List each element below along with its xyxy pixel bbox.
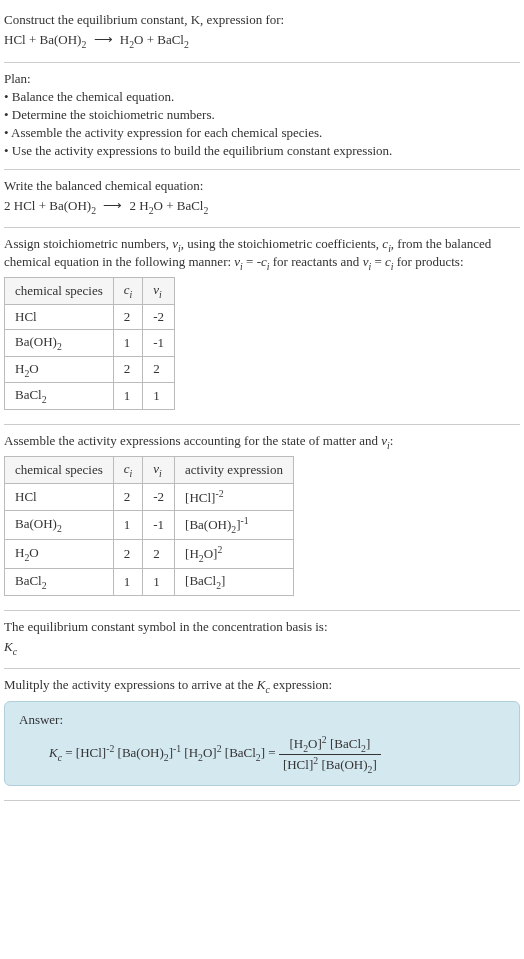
plan-title: Plan: xyxy=(4,71,520,87)
plan-item: • Balance the chemical equation. xyxy=(4,89,520,105)
header-section: Construct the equilibrium constant, K, e… xyxy=(4,4,520,63)
table-header-row: chemical species ci νi xyxy=(5,278,175,305)
balanced-equation: 2 HCl + Ba(OH)2 ⟶ 2 H2O + BaCl2 xyxy=(4,198,520,216)
answer-box: Answer: Kc = [HCl]-2 [Ba(OH)2]-1 [H2O]2 … xyxy=(4,701,520,786)
activity-intro: Assemble the activity expressions accoun… xyxy=(4,433,520,451)
table-row: HCl2-2[HCl]-2 xyxy=(5,483,294,510)
fraction: [H2O]2 [BaCl2] [HCl]2 [Ba(OH)2] xyxy=(279,734,381,775)
plan-item: • Assemble the activity expression for e… xyxy=(4,125,520,141)
unbalanced-equation: HCl + Ba(OH)2 ⟶ H2O + BaCl2 xyxy=(4,32,520,50)
col-ci: ci xyxy=(113,278,143,305)
answer-label: Answer: xyxy=(19,712,505,728)
symbol-value: Kc xyxy=(4,639,520,657)
table-row: HCl2-2 xyxy=(5,304,175,329)
col-ci: ci xyxy=(113,457,143,484)
answer-expression: Kc = [HCl]-2 [Ba(OH)2]-1 [H2O]2 [BaCl2] … xyxy=(49,734,505,775)
prompt-text: Construct the equilibrium constant, K, e… xyxy=(4,12,520,28)
plan-item: • Use the activity expressions to build … xyxy=(4,143,520,159)
multiply-section: Mulitply the activity expressions to arr… xyxy=(4,669,520,800)
table-row: Ba(OH)21-1[Ba(OH)2]-1 xyxy=(5,511,294,540)
symbol-section: The equilibrium constant symbol in the c… xyxy=(4,611,520,670)
stoich-intro: Assign stoichiometric numbers, νi, using… xyxy=(4,236,520,271)
col-species: chemical species xyxy=(5,457,114,484)
table-row: BaCl211 xyxy=(5,383,175,410)
col-vi: νi xyxy=(143,457,175,484)
prompt-text-content: Construct the equilibrium constant, K, e… xyxy=(4,12,284,27)
multiply-text: Mulitply the activity expressions to arr… xyxy=(4,677,520,695)
table-row: BaCl211[BaCl2] xyxy=(5,569,294,596)
fraction-numerator: [H2O]2 [BaCl2] xyxy=(279,734,381,755)
balanced-section: Write the balanced chemical equation: 2 … xyxy=(4,170,520,229)
col-vi: νi xyxy=(143,278,175,305)
symbol-text: The equilibrium constant symbol in the c… xyxy=(4,619,520,635)
activity-table: chemical species ci νi activity expressi… xyxy=(4,456,294,595)
activity-section: Assemble the activity expressions accoun… xyxy=(4,425,520,611)
plan-item: • Determine the stoichiometric numbers. xyxy=(4,107,520,123)
fraction-denominator: [HCl]2 [Ba(OH)2] xyxy=(279,755,381,775)
table-row: Ba(OH)21-1 xyxy=(5,329,175,356)
stoich-table: chemical species ci νi HCl2-2 Ba(OH)21-1… xyxy=(4,277,175,409)
table-row: H2O22[H2O]2 xyxy=(5,540,294,569)
stoich-section: Assign stoichiometric numbers, νi, using… xyxy=(4,228,520,425)
table-header-row: chemical species ci νi activity expressi… xyxy=(5,457,294,484)
balanced-title: Write the balanced chemical equation: xyxy=(4,178,520,194)
col-species: chemical species xyxy=(5,278,114,305)
plan-section: Plan: • Balance the chemical equation. •… xyxy=(4,63,520,170)
col-expr: activity expression xyxy=(175,457,294,484)
table-row: H2O22 xyxy=(5,356,175,383)
